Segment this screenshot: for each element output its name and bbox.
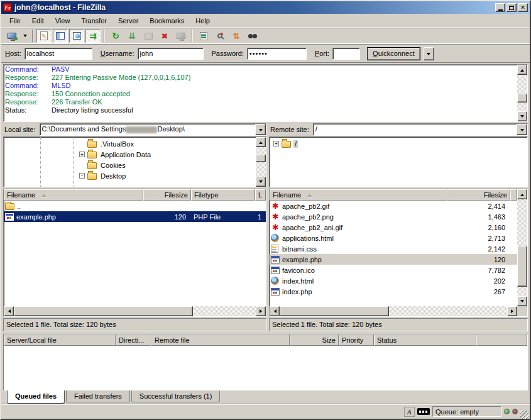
process-queue-button[interactable]: ⇊ [124, 29, 140, 43]
tree-item-application-data[interactable]: +Application Data [4, 149, 256, 160]
file-row[interactable]: applications.html 2,713 [270, 233, 517, 243]
file-row[interactable]: apache_pb2.png 1,463 [270, 211, 517, 222]
scroll-up-button[interactable] [256, 137, 266, 147]
column-header-filetype[interactable]: Filetype [191, 189, 255, 201]
cancel-operation-button: ✕ [141, 29, 156, 43]
ascii-data-type-icon[interactable]: A [404, 407, 415, 417]
quickconnect-button[interactable]: Quickconnect [367, 47, 420, 60]
local-site-dropdown-button[interactable] [255, 124, 266, 135]
toggle-remote-tree-button[interactable] [69, 29, 84, 43]
local-site-combo[interactable]: C:\Documents and SettingsDesktop\ [40, 123, 266, 136]
menu-bookmarks[interactable]: Bookmarks [144, 15, 190, 26]
site-manager-dropdown-button[interactable] [21, 29, 29, 43]
tree-item-virtualbox[interactable]: .VirtualBox [4, 138, 256, 149]
file-row[interactable]: apache_pb2_ani.gif 2,160 [270, 222, 517, 233]
menu-view[interactable]: View [50, 15, 76, 26]
toolbar: ✎ ⇉ ↻ ⇊ ✕ ✖ ⇅ [1, 28, 530, 44]
column-header-filesize[interactable]: Filesize [143, 189, 191, 201]
tree-item-desktop[interactable]: -Desktop [4, 170, 256, 181]
column-header-size[interactable]: Size [290, 334, 339, 346]
local-list-header: Filename Filesize Filetype L [4, 189, 266, 201]
maximize-button[interactable] [506, 3, 517, 12]
activity-led-red [512, 409, 518, 414]
remote-site-combo[interactable]: / [313, 123, 528, 136]
scrollbar-thumb[interactable] [280, 306, 389, 316]
folder-icon [87, 162, 97, 169]
scroll-down-button[interactable] [517, 111, 527, 121]
scroll-right-button[interactable] [507, 306, 517, 316]
host-input[interactable]: localhost [25, 48, 92, 60]
column-header-server-local-file[interactable]: Server/Local file [4, 334, 116, 346]
scrollbar-thumb[interactable] [517, 94, 527, 102]
file-row[interactable]: index.html 202 [270, 275, 517, 286]
column-header-last-modified[interactable]: L [255, 189, 266, 201]
scroll-right-button[interactable] [256, 306, 266, 316]
column-header-priority[interactable]: Priority [339, 334, 374, 346]
file-row[interactable]: apache_pb2.gif 2,414 [270, 201, 517, 211]
expand-icon[interactable]: + [273, 141, 279, 146]
site-manager-button[interactable] [4, 29, 19, 43]
html-file-icon [271, 277, 279, 285]
expand-icon[interactable]: + [79, 152, 85, 157]
toggle-local-tree-button[interactable] [53, 29, 68, 43]
scroll-left-button[interactable] [4, 306, 14, 316]
scrollbar-thumb[interactable] [256, 155, 266, 162]
synchronized-browsing-button[interactable]: ⇅ [229, 29, 244, 43]
scroll-down-button[interactable] [517, 296, 527, 306]
file-row[interactable]: index.php 267 [270, 286, 517, 297]
scroll-left-button[interactable] [270, 306, 280, 316]
local-tree-scrollbar[interactable] [256, 137, 266, 187]
password-input[interactable]: •••••• [247, 48, 307, 60]
menu-edit[interactable]: Edit [26, 15, 50, 26]
file-row-parent-dir[interactable]: .. [4, 201, 266, 211]
scrollbar-thumb[interactable] [517, 246, 527, 287]
menu-file[interactable]: File [4, 15, 26, 26]
file-row-example-php[interactable]: example.php 120 PHP File 1 [4, 211, 266, 222]
disconnect-button[interactable]: ✖ [157, 29, 172, 43]
collapse-icon[interactable]: - [79, 173, 85, 179]
close-button[interactable]: ✕ [518, 3, 528, 12]
file-row[interactable]: bitnami.css 2,142 [270, 243, 517, 254]
minimize-button[interactable] [495, 3, 505, 12]
remote-site-dropdown-button[interactable] [517, 124, 527, 135]
refresh-button[interactable]: ↻ [108, 29, 123, 43]
resize-grip[interactable] [520, 411, 528, 419]
scrollbar-thumb[interactable] [14, 306, 193, 316]
menu-help[interactable]: Help [190, 15, 216, 26]
log-scrollbar[interactable] [517, 65, 527, 121]
tab-successful-transfers[interactable]: Successful transfers (1) [131, 390, 221, 402]
menu-transfer[interactable]: Transfer [75, 15, 112, 26]
toggle-message-log-button[interactable]: ✎ [36, 29, 52, 43]
local-rows: .. example.php 120 PHP File 1 [4, 201, 266, 306]
file-row[interactable]: favicon.ico 7,782 [270, 265, 517, 275]
username-input[interactable]: john [138, 48, 204, 60]
toggle-transfer-queue-button[interactable]: ⇉ [85, 29, 101, 43]
port-label: Port: [315, 50, 329, 57]
tree-item-cookies[interactable]: Cookies [4, 160, 256, 170]
column-header-remote-file[interactable]: Remote file [151, 334, 290, 346]
column-header-direction[interactable]: Directi... [116, 334, 151, 346]
file-row-example-php[interactable]: example.php 120 [270, 254, 517, 265]
local-status-text: Selected 1 file. Total size: 120 bytes [3, 318, 266, 331]
image-file-icon [271, 223, 280, 231]
directory-listing-filters-button[interactable] [196, 29, 211, 43]
menu-server[interactable]: Server [112, 15, 144, 26]
scroll-up-button[interactable] [517, 189, 527, 199]
find-files-button[interactable] [245, 29, 260, 43]
scroll-down-button[interactable] [256, 177, 266, 187]
tab-failed-transfers[interactable]: Failed transfers [66, 390, 130, 402]
remote-vertical-scrollbar[interactable] [517, 189, 527, 306]
port-input[interactable] [332, 48, 360, 60]
column-header-filename[interactable]: Filename [270, 189, 447, 201]
column-header-filename[interactable]: Filename [4, 189, 143, 201]
column-header-filesize[interactable]: Filesize [447, 189, 510, 201]
column-header-status[interactable]: Status [374, 334, 476, 346]
tree-item-root[interactable]: +/ [270, 138, 527, 149]
tab-queued-files[interactable]: Queued files [7, 390, 65, 404]
scroll-up-button[interactable] [517, 65, 527, 75]
remote-horizontal-scrollbar[interactable] [270, 306, 517, 316]
indicator-badge-icon[interactable] [417, 408, 430, 415]
quickconnect-dropdown-button[interactable] [424, 47, 434, 60]
local-horizontal-scrollbar[interactable] [4, 306, 266, 316]
directory-comparison-button[interactable] [212, 29, 227, 43]
